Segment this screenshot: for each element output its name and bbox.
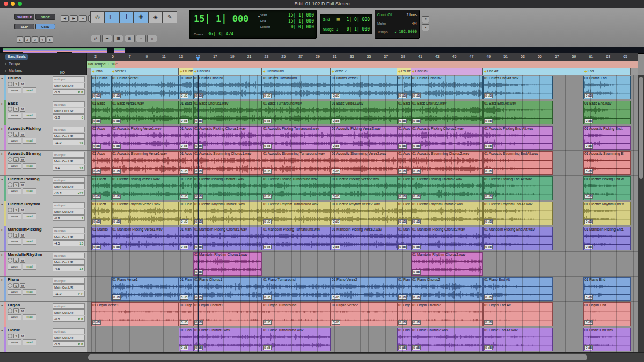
input-selector[interactable]: no input	[53, 76, 85, 82]
clip-gain-badge[interactable]: 0 dB	[398, 320, 407, 325]
pan-value[interactable]: 3	[82, 216, 83, 220]
clip-gain-badge[interactable]: 0 dB	[263, 245, 272, 249]
audio-clip[interactable]: 01 Drum0 dB	[397, 76, 411, 99]
clip-gain-badge[interactable]: 0 dB	[112, 219, 121, 224]
audio-clip[interactable]: 01 Electric Picking Verse2.wav0 dB	[331, 176, 397, 200]
pencil-tool-icon[interactable]: ✎	[163, 11, 177, 23]
marker-intro[interactable]: ◆Intro	[91, 68, 111, 75]
audio-clip[interactable]: 01 Piano End0 dB	[583, 277, 631, 301]
clip-gain-badge[interactable]: 0 dB	[584, 295, 593, 300]
audio-clip[interactable]: 01 Bass Verse1.wav0 dB	[111, 101, 179, 124]
track-name[interactable]: AcousticPicking	[8, 126, 52, 131]
horizontal-scrollbar-thumb[interactable]	[88, 354, 587, 360]
clip-gain-badge[interactable]: 0 dB	[484, 295, 493, 300]
track-view-selector[interactable]: wave	[8, 264, 21, 270]
output-selector[interactable]: Main Out L/R	[53, 133, 85, 139]
audio-clip[interactable]: 01 Organ Turnaround0 dB	[262, 302, 331, 326]
audio-clip[interactable]: 01 Mando0 dB	[179, 227, 193, 250]
zoom-window-icon[interactable]	[18, 2, 22, 6]
track-collapse-arrow-icon[interactable]: ▸	[0, 75, 4, 100]
audio-clip[interactable]: 01 Electr0 dB	[397, 202, 411, 225]
clip-gain-badge[interactable]: 0 dB	[180, 245, 188, 249]
clip-gain-badge[interactable]: 0 dB	[412, 295, 421, 300]
audio-clip[interactable]: 01 Electr0 dB	[91, 202, 111, 225]
marker-verse1[interactable]: ◆Verse1	[111, 68, 179, 75]
audio-clip[interactable]: 01 Mandolin Picking End.0 dB	[583, 227, 631, 250]
track-view-selector[interactable]: wave	[8, 87, 21, 93]
solo-button[interactable]: S	[13, 132, 19, 137]
clip-gain-badge[interactable]: 0 dB	[180, 295, 188, 300]
track-name[interactable]: MandolinRhythm	[8, 252, 52, 257]
volume-value[interactable]: -11.9	[54, 140, 61, 145]
clip-gain-badge[interactable]: 0 dB	[194, 295, 203, 300]
volume-value[interactable]: -4.5	[54, 266, 60, 271]
minimize-window-icon[interactable]	[11, 2, 15, 6]
output-selector[interactable]: Main Out L/R	[53, 158, 85, 164]
input-selector[interactable]: no input	[53, 227, 85, 233]
mute-button[interactable]: M	[20, 208, 25, 212]
track-view-selector[interactable]: wave	[8, 188, 21, 194]
input-selector[interactable]: no input	[53, 328, 85, 334]
selection-end[interactable]: End15| 1| 000	[260, 18, 314, 24]
mute-button[interactable]: M	[20, 132, 25, 137]
track-lane-drums[interactable]: 01 Drums0 dB01 Drums Verse10 dB01 Drum0 …	[87, 75, 638, 100]
clip-gain-badge[interactable]: 0 dB	[484, 144, 493, 149]
audio-clip[interactable]: 01 Mandolin Picking Chorus2.wav0 dB	[411, 227, 483, 250]
clip-gain-badge[interactable]: 0 dB	[263, 345, 272, 350]
automation-mode-selector[interactable]: read	[23, 339, 36, 345]
audio-clip[interactable]: 01 Fiddle Chorus2.wav0 dB	[411, 328, 483, 351]
audio-clip[interactable]: 01 Bass End.wav0 dB	[583, 101, 631, 124]
audio-clip[interactable]: 01 Electr0 dB	[179, 202, 193, 225]
track-header-piano[interactable]: ▸PianoSMwavereadno inputMain Out L/R-11.…	[0, 277, 87, 302]
nudge-note-icon[interactable]: ♪	[336, 27, 342, 31]
record-enable-button[interactable]	[8, 208, 12, 212]
audio-clip[interactable]: 01 Acoustic Picking End.0 dB	[583, 126, 631, 150]
clip-gain-badge[interactable]: 0 dB	[584, 93, 593, 98]
audio-clip[interactable]: 01 Drums End Alt.wav0 dB	[483, 76, 553, 99]
clip-gain-badge[interactable]: 0 dB	[112, 245, 121, 249]
audio-clip[interactable]: 01 Piano Chorus20 dB	[411, 277, 483, 301]
track-name[interactable]: Electric Rhythm	[8, 202, 52, 207]
audio-clip[interactable]: 01 Electric Picking Chorus2.wav0 dB	[411, 176, 483, 200]
audio-clip[interactable]: 01 Acou0 dB	[91, 126, 111, 150]
track-header-bass[interactable]: ▸BassSMwavereadno inputMain Out L/R-5.80	[0, 100, 87, 125]
clip-gain-badge[interactable]: 0 dB	[92, 169, 101, 174]
tempo-value[interactable]: ♩ 102.0000	[394, 29, 417, 34]
track-collapse-arrow-icon[interactable]: ▸	[0, 176, 4, 201]
clip-gain-badge[interactable]: 0 dB	[263, 144, 272, 149]
track-collapse-arrow-icon[interactable]: ▸	[0, 277, 4, 301]
audio-clip[interactable]: 01 Mando0 dB	[397, 227, 411, 250]
automation-mode-selector[interactable]: read	[23, 289, 36, 295]
clip-gain-badge[interactable]: 0 dB	[484, 169, 493, 174]
clip-gain-badge[interactable]: 0 dB	[92, 219, 101, 224]
track-name[interactable]: MandolinPicking	[8, 227, 52, 232]
audio-clip[interactable]: 01 Organ Verse20 dB	[331, 302, 397, 326]
clip-gain-badge[interactable]: 0 dB	[412, 345, 421, 350]
clip-gain-badge[interactable]: 0 dB	[112, 295, 121, 300]
selector-tool-icon[interactable]: I	[119, 11, 134, 23]
track-collapse-arrow-icon[interactable]: ▸	[0, 201, 4, 226]
markers-ruler[interactable]: ◆Intro◆Verse1◆PrChrs1◆Chorus1◆Turnaround…	[87, 68, 638, 75]
track-header-drums[interactable]: ▸DrumsSMwavereadno inputMain Out L/R-5.0…	[0, 75, 87, 100]
output-selector[interactable]: Main Out L/R	[53, 335, 85, 341]
volume-pan-readout[interactable]: -5.0P P	[53, 341, 85, 347]
input-selector[interactable]: no input	[53, 303, 85, 309]
audio-clip[interactable]: 01 Electric Picking End Alt.wav0 dB	[483, 176, 553, 200]
markers-ruler-label[interactable]: Markers	[9, 69, 22, 72]
grid-value[interactable]: 1| 0| 000	[347, 17, 370, 22]
record-enable-button[interactable]	[8, 233, 12, 238]
solo-button[interactable]: S	[13, 258, 19, 263]
audio-clip[interactable]: 01 Fiddl0 dB	[397, 328, 411, 351]
input-selector[interactable]: no input	[53, 202, 85, 208]
track-collapse-arrow-icon[interactable]: ▸	[0, 151, 4, 175]
clip-gain-badge[interactable]: 0 dB	[584, 245, 593, 249]
record-enable-button[interactable]	[8, 107, 12, 112]
clip-gain-badge[interactable]: 0 dB	[332, 144, 340, 149]
mute-button[interactable]: M	[20, 283, 25, 288]
volume-pan-readout[interactable]: -9.148	[53, 165, 85, 171]
audio-clip[interactable]: 01 Piano Turnaround0 dB	[262, 277, 331, 301]
clip-gain-badge[interactable]: 0 dB	[332, 295, 340, 300]
track-lane-piano[interactable]: 01 Piano Verse10 dB01 Pian0 dB01 Piano C…	[87, 277, 638, 302]
volume-value[interactable]: -5.0	[54, 90, 60, 94]
clip-gain-badge[interactable]: 0 dB	[584, 219, 593, 224]
